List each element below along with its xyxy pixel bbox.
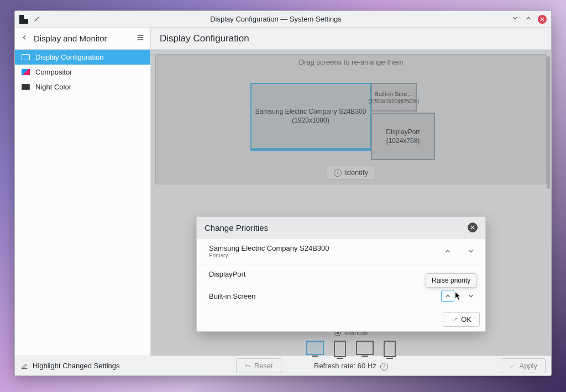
sidebar-item-label: Display Configuration [35,53,104,61]
main-panel: Display Configuration Drag screens to re… [151,28,551,356]
refresh-rate-label: Refresh rate: [314,362,355,370]
sidebar-title: Display and Monitor [34,34,130,43]
priority-row[interactable]: Samsung Electric Company S24B300 Primary [197,239,485,264]
titlebar: Display Configuration — System Settings [15,11,551,28]
priority-sub: Primary [209,252,441,258]
close-icon[interactable] [468,223,478,232]
pin-icon[interactable] [33,14,40,24]
sidebar-header: Display and Monitor [15,28,150,50]
minimize-icon[interactable] [511,14,519,24]
dialog-title: Change Priorities [205,223,468,232]
ok-button[interactable]: OK [443,312,480,327]
info-icon[interactable] [380,363,388,370]
priority-name: Built-in Screen [209,292,441,300]
priority-name: Samsung Electric Company S24B300 [209,244,441,252]
sidebar-item-label: Compositor [35,68,72,76]
page-title: Display Configuration [151,28,551,50]
priority-row[interactable]: Built-in Screen [197,284,485,308]
monitor-icon [22,54,30,60]
refresh-rate-value: 60 Hz [358,362,376,370]
app-icon [19,15,28,24]
raise-priority-button[interactable] [441,245,454,257]
sidebar-item-label: Night Color [35,83,71,91]
sidebar-item-compositor[interactable]: Compositor [15,65,150,80]
lower-priority-button[interactable] [464,245,478,257]
sidebar-item-night-color[interactable]: Night Color [15,80,150,94]
change-priorities-dialog: Change Priorities Samsung Electric Compa… [196,216,486,332]
close-icon[interactable] [538,15,547,24]
tooltip: Raise priority [426,273,476,288]
back-icon[interactable] [20,34,28,43]
sidebar-item-display-configuration[interactable]: Display Configuration [15,50,150,65]
sidebar: Display and Monitor Display Configuratio… [15,28,151,356]
settings-window: Display Configuration — System Settings … [14,10,552,376]
raise-priority-button[interactable] [441,290,454,302]
night-color-icon [22,84,30,90]
highlight-icon [20,362,28,370]
maximize-icon[interactable] [525,14,532,24]
check-icon [451,316,458,323]
compositor-icon [22,69,30,75]
dialog-header: Change Priorities [197,217,485,239]
hamburger-icon[interactable] [136,33,145,44]
lower-priority-button[interactable] [464,290,478,302]
window-title: Display Configuration — System Settings [45,15,507,23]
